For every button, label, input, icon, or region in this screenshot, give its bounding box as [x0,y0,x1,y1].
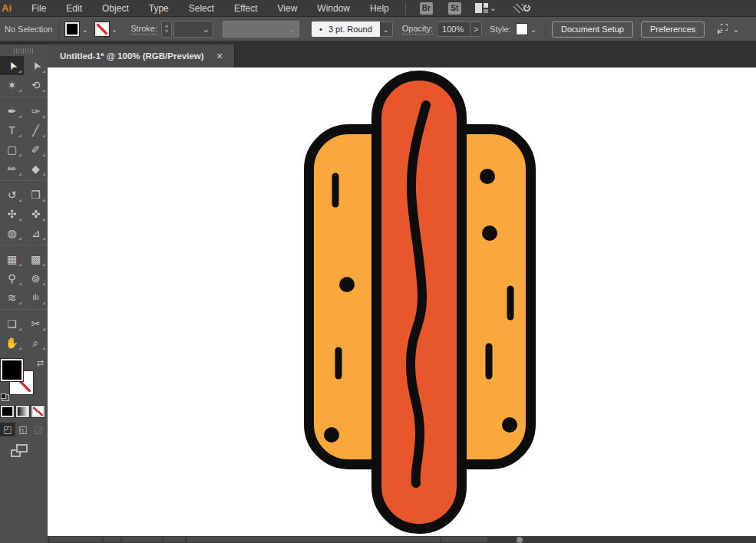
type-tool[interactable]: T [0,120,24,140]
gradient-button[interactable] [16,406,29,417]
rectangle-tool[interactable]: ▢ [0,140,24,159]
bun-speckle-dot[interactable] [480,169,495,184]
eraser-tool[interactable]: ◆ [24,159,48,178]
horizontal-scrollbar-track[interactable] [187,537,440,542]
bun-speckle-dot[interactable] [324,427,339,443]
blend-tool[interactable]: ⊚ [24,268,48,288]
style-swatch[interactable] [516,23,528,35]
hand-tool[interactable]: ✋ [0,333,24,352]
artboard-tool[interactable]: ❏ [0,314,24,333]
stroke-weight-stepper[interactable]: ˄ ˅ [161,21,172,38]
magic-wand-icon: ✶ [8,80,17,90]
style-chevron-down-icon[interactable]: ⌄ [528,24,539,35]
change-screen-mode-button[interactable] [11,444,28,457]
opacity-input[interactable]: 100% [437,21,470,37]
swap-fill-stroke-icon[interactable]: ⇄ [37,358,44,368]
brush-chevron-down-icon[interactable]: ⌄ [380,21,393,37]
selection-options-icon[interactable]: ➤ [715,24,728,35]
tools-panel-grip[interactable] [14,48,34,54]
menu-window[interactable]: Window [307,1,360,16]
paintbrush-tool[interactable]: ✐ [24,140,48,159]
lasso-tool[interactable]: ⟲ [24,75,48,94]
color-button[interactable] [1,406,14,417]
stroke-color-swatch[interactable] [95,22,109,36]
bun-speckle-dot[interactable] [482,225,497,241]
column-graph-tool[interactable]: ılı [24,288,48,307]
statusbar-segment[interactable] [163,537,185,542]
fill-chevron-down-icon[interactable]: ⌄ [79,24,90,35]
zoom-tool[interactable]: ⌕ [24,333,48,352]
selection-options-chevron-down-icon[interactable]: ⌄ [732,25,739,34]
statusbar-segment[interactable] [122,537,162,542]
selection-tool[interactable]: ➤ [0,56,24,75]
document-setup-button[interactable]: Document Setup [552,21,633,38]
pen-icon: ✒ [8,106,17,117]
none-button[interactable] [31,406,45,417]
artboard-canvas[interactable] [48,67,756,536]
statusbar-segment[interactable] [104,537,120,542]
slice-tool[interactable]: ✂ [24,314,48,333]
tools-panel: ➤ ➤ ✶ ⟲ ✒ ✑ T ╱ ▢ ✐ ✏ ◆ ↺ ❐ ✣ ✜ ◍ ⊿ ▦ ▩ … [0,42,48,543]
rotate-icon: ↺ [8,189,17,200]
bridge-button[interactable]: Br [420,2,433,15]
shaper-tool[interactable]: ✏ [0,159,24,178]
fill-proxy-swatch[interactable] [1,359,23,381]
publish-power-icon[interactable] [513,2,532,15]
curvature-tool[interactable]: ✑ [24,101,48,120]
perspective-grid-tool[interactable]: ⊿ [24,223,48,242]
width-tool[interactable]: ✣ [0,204,24,223]
workspace-chevron-down-icon[interactable]: ⌄ [490,4,497,12]
shape-builder-tool[interactable]: ◍ [0,223,24,242]
stroke-weight-dropdown[interactable]: ⌄ [173,21,213,38]
tools-grid: ➤ ➤ ✶ ⟲ ✒ ✑ T ╱ ▢ ✐ ✏ ◆ ↺ ❐ ✣ ✜ ◍ ⊿ ▦ ▩ … [0,56,48,352]
bun-speckle-dot[interactable] [339,277,355,292]
menu-edit[interactable]: Edit [56,1,92,16]
menu-effect[interactable]: Effect [224,1,267,16]
draw-behind-button[interactable]: ◱ [15,423,31,436]
workspace-switcher-icon[interactable] [475,3,488,13]
fill-stroke-indicator: ⇄ [0,358,48,401]
style-label: Style: [490,25,511,34]
bun-speckle-dot[interactable] [502,417,517,433]
opacity-more-icon[interactable]: > [470,21,482,37]
magic-wand-tool[interactable]: ✶ [0,75,24,94]
line-segment-tool[interactable]: ╱ [24,120,48,140]
mesh-tool[interactable]: ▦ [0,249,24,268]
menu-object[interactable]: Object [92,1,139,16]
menu-type[interactable]: Type [139,1,179,16]
draw-inside-button: ◲ [31,423,46,436]
statusbar-segment[interactable] [50,537,102,542]
opacity-label[interactable]: Opacity: [402,24,433,35]
stroke-weight-label[interactable]: Stroke: [130,24,157,35]
symbol-sprayer-tool[interactable]: ≋ [0,288,24,307]
menu-select[interactable]: Select [179,1,224,16]
brush-definition-dropdown[interactable]: • 3 pt. Round [312,21,380,37]
menu-file[interactable]: File [21,1,56,16]
statusbar-segment[interactable] [441,537,487,542]
scale-icon: ❐ [31,189,41,200]
fill-color-swatch[interactable] [65,22,79,36]
eyedropper-tool[interactable]: ⚲ [0,268,24,288]
stroke-chevron-down-icon[interactable]: ⌄ [109,24,120,35]
direct-selection-tool[interactable]: ➤ [24,56,48,75]
pen-tool[interactable]: ✒ [0,101,24,120]
gradient-tool[interactable]: ▩ [24,249,48,268]
scrollbar-thumb[interactable] [517,537,523,543]
shape-builder-icon: ◍ [7,228,16,239]
preferences-button[interactable]: Preferences [641,21,705,38]
document-tab[interactable]: Untitled-1* @ 100% (RGB/Preview) ✕ [48,44,235,67]
draw-normal-button[interactable]: ◰ [0,423,15,436]
eraser-icon: ◆ [31,163,40,174]
puppet-warp-tool[interactable]: ✜ [24,204,48,223]
default-fill-stroke-icon[interactable] [2,394,9,401]
document-tab-title: Untitled-1* @ 100% (RGB/Preview) [60,51,204,61]
tab-close-icon[interactable]: ✕ [215,50,225,63]
status-bar [48,536,756,543]
menu-bar: Ai File Edit Object Type Select Effect V… [0,0,756,17]
menu-help[interactable]: Help [360,1,399,16]
rotate-tool[interactable]: ↺ [0,185,24,204]
stock-button[interactable]: St [448,2,461,15]
brush-preview-dot: • [319,25,322,34]
menu-view[interactable]: View [268,1,308,16]
scale-tool[interactable]: ❐ [24,185,48,204]
